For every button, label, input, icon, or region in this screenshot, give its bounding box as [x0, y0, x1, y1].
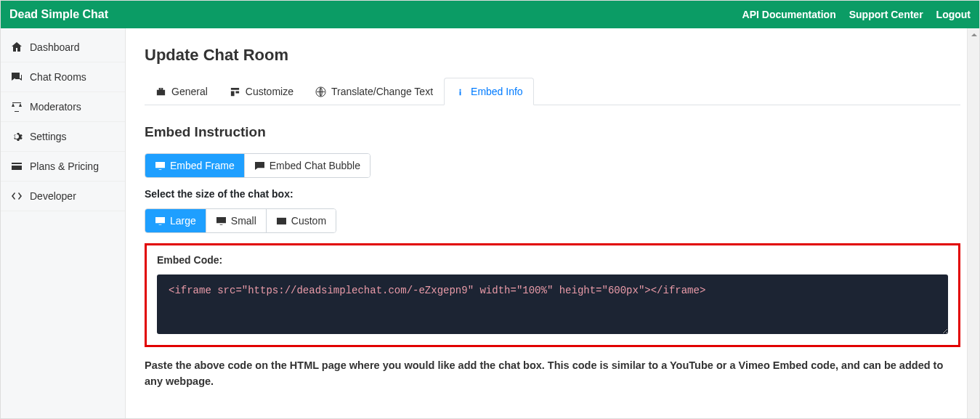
size-label: Select the size of the chat box:: [145, 188, 960, 200]
button-label: Embed Frame: [170, 160, 235, 171]
tabs: General Customize Translate/Change Text …: [145, 78, 960, 105]
monitor-icon: [155, 216, 166, 226]
instruction-text: Paste the above code on the HTML page wh…: [145, 357, 960, 397]
button-label: Custom: [291, 215, 326, 227]
size-custom-button[interactable]: Custom: [266, 209, 336, 232]
embed-bubble-button[interactable]: Embed Chat Bubble: [244, 154, 370, 177]
home-icon: [11, 41, 23, 53]
code-icon: [11, 190, 23, 202]
page-title: Update Chat Room: [145, 46, 960, 65]
gear-icon: [11, 131, 23, 142]
logout-link[interactable]: Logout: [936, 9, 971, 20]
size-small-button[interactable]: Small: [206, 209, 266, 232]
sidebar-item-chatrooms[interactable]: Chat Rooms: [1, 62, 125, 92]
size-group: Large Small Custom: [145, 208, 336, 233]
sidebar-item-moderators[interactable]: Moderators: [1, 92, 125, 122]
button-label: Small: [231, 215, 256, 227]
scroll-up-button[interactable]: [968, 28, 979, 41]
bubble-icon: [254, 161, 265, 171]
chat-icon: [11, 71, 23, 83]
scales-icon: [11, 101, 23, 113]
embed-frame-button[interactable]: Embed Frame: [145, 154, 244, 177]
api-doc-link[interactable]: API Documentation: [742, 9, 836, 20]
size-large-button[interactable]: Large: [145, 209, 206, 232]
support-link[interactable]: Support Center: [849, 9, 923, 20]
tab-label: Embed Info: [471, 86, 523, 97]
tab-customize[interactable]: Customize: [219, 78, 304, 105]
sidebar-item-label: Chat Rooms: [30, 71, 86, 83]
content-area: Update Chat Room General Customize Trans…: [126, 28, 979, 418]
button-label: Embed Chat Bubble: [270, 160, 360, 171]
tab-translate[interactable]: Translate/Change Text: [304, 78, 444, 105]
rect-icon: [276, 216, 287, 226]
sidebar: Dashboard Chat Rooms Moderators Settings…: [1, 28, 126, 418]
sidebar-item-label: Plans & Pricing: [30, 160, 99, 172]
embed-type-group: Embed Frame Embed Chat Bubble: [145, 153, 370, 178]
info-icon: [455, 86, 466, 97]
sidebar-item-plans[interactable]: Plans & Pricing: [1, 152, 125, 182]
embed-code-section: Embed Code: <iframe src="https://deadsim…: [145, 243, 960, 347]
monitor-icon: [155, 161, 166, 171]
tab-embed-info[interactable]: Embed Info: [444, 78, 534, 105]
toolbox-icon: [155, 86, 166, 97]
globe-icon: [315, 86, 326, 97]
code-label: Embed Code:: [157, 254, 948, 266]
sidebar-item-settings[interactable]: Settings: [1, 122, 125, 152]
sidebar-item-dashboard[interactable]: Dashboard: [1, 33, 125, 62]
sidebar-item-developer[interactable]: Developer: [1, 182, 125, 211]
button-label: Large: [170, 215, 196, 227]
credit-card-icon: [11, 160, 23, 172]
sidebar-item-label: Dashboard: [30, 41, 80, 53]
brand-title: Dead Simple Chat: [9, 8, 108, 21]
section-title: Embed Instruction: [145, 124, 960, 140]
tab-label: Translate/Change Text: [331, 86, 433, 97]
scrollbar[interactable]: [967, 28, 979, 418]
style-icon: [230, 86, 240, 97]
sidebar-item-label: Settings: [30, 131, 67, 142]
sidebar-item-label: Developer: [30, 190, 76, 202]
topbar: Dead Simple Chat API Documentation Suppo…: [1, 1, 979, 28]
chevron-up-icon: [971, 32, 977, 38]
sidebar-item-label: Moderators: [30, 101, 81, 113]
embed-code-textarea[interactable]: <iframe src="https://deadsimplechat.com/…: [157, 274, 948, 334]
tab-general[interactable]: General: [145, 78, 219, 105]
tab-label: Customize: [246, 86, 293, 97]
svg-rect-0: [277, 217, 286, 224]
monitor-icon: [216, 216, 227, 226]
tab-label: General: [171, 86, 208, 97]
